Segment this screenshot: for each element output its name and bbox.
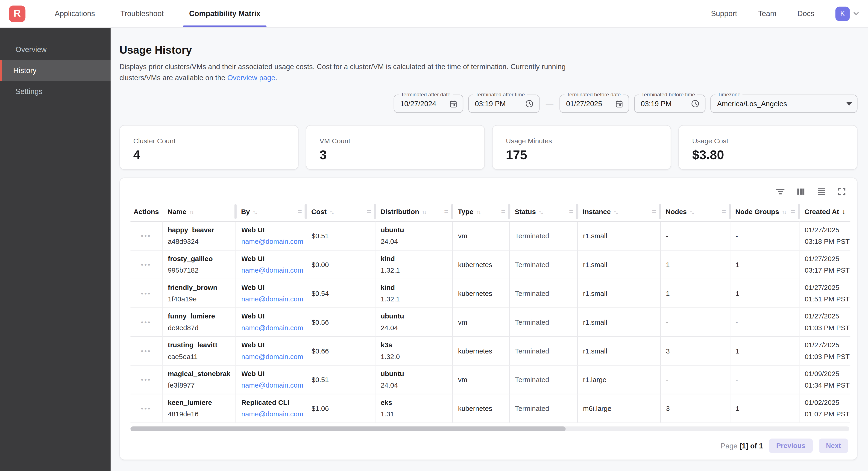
row-actions-icon[interactable]: ••• — [141, 318, 151, 326]
secondary-nav: Support Team Docs K — [711, 6, 868, 21]
nav-link-docs[interactable]: Docs — [797, 9, 814, 18]
by-cell: Web UI name@domain.com — [236, 336, 306, 365]
column-header-node-groups[interactable]: Node Groups↑↓= — [730, 202, 799, 222]
row-actions-icon[interactable]: ••• — [141, 405, 151, 412]
created-time: 01:51 PM PST — [805, 295, 845, 303]
sort-icon[interactable]: ↑↓ — [538, 208, 542, 215]
drag-handle-icon[interactable]: = — [367, 207, 371, 216]
density-icon[interactable] — [815, 185, 828, 198]
row-actions-icon[interactable]: ••• — [141, 376, 151, 384]
row-actions-icon[interactable]: ••• — [141, 232, 151, 240]
by-email-link[interactable]: name@domain.com — [241, 295, 300, 303]
scrollbar-thumb[interactable] — [130, 426, 565, 431]
by-email-link[interactable]: name@domain.com — [241, 324, 300, 332]
filter-bar: Terminated after date 10/27/2024 Termina… — [119, 94, 858, 113]
date-range-separator: — — [545, 99, 555, 108]
brand-logo[interactable]: R — [9, 5, 25, 22]
horizontal-scrollbar[interactable] — [130, 426, 849, 431]
node-groups-cell: - — [730, 365, 799, 394]
sort-icon[interactable]: ↑↓ — [614, 208, 617, 215]
sidebar-item-history[interactable]: History — [0, 60, 111, 81]
by-email-link[interactable]: name@domain.com — [241, 382, 300, 389]
sort-icon[interactable]: ↑↓ — [476, 208, 480, 215]
pagination: Page [1] of 1 Previous Next — [130, 439, 849, 453]
drag-handle-icon[interactable]: = — [501, 207, 505, 216]
by-email-link[interactable]: name@domain.com — [241, 267, 300, 274]
drag-handle-icon[interactable]: = — [722, 207, 726, 216]
table-row: ••• friendly_brown 1f40a19e Web UI name@… — [130, 279, 850, 308]
nav-item-troubleshoot[interactable]: Troubleshoot — [108, 0, 177, 27]
sidebar-item-settings[interactable]: Settings — [0, 81, 111, 101]
sort-icon[interactable]: ↑↓ — [330, 208, 333, 215]
cluster-name: friendly_brown — [168, 284, 230, 292]
chevron-down-icon[interactable] — [852, 9, 860, 18]
sort-icon[interactable]: ↑↓ — [422, 208, 426, 215]
drag-handle-icon[interactable]: = — [652, 207, 656, 216]
by-email-link[interactable]: name@domain.com — [241, 410, 300, 418]
clock-icon[interactable] — [686, 99, 700, 109]
terminated-before-time-field[interactable]: Terminated before time 03:19 PM — [634, 94, 706, 113]
overview-page-link[interactable]: Overview page — [227, 73, 275, 82]
page-description-line1: Displays prior clusters/VMs and their as… — [119, 61, 858, 72]
column-header-distribution[interactable]: Distribution↑↓= — [375, 202, 452, 222]
page-indicator: Page [1] of 1 — [720, 442, 763, 450]
drag-handle-icon[interactable]: = — [569, 207, 574, 216]
stat-value: 4 — [133, 148, 298, 163]
row-actions-icon[interactable]: ••• — [141, 261, 151, 269]
table-row: ••• happy_beaver a48d9324 Web UI name@do… — [130, 222, 850, 250]
sort-icon[interactable]: ↑↓ — [253, 208, 257, 215]
filter-icon[interactable] — [774, 185, 787, 198]
column-header-created-at[interactable]: Created At↓ — [799, 202, 850, 222]
clock-icon[interactable] — [520, 99, 534, 109]
actions-cell: ••• — [130, 279, 162, 308]
drag-handle-icon[interactable]: = — [444, 207, 448, 216]
page-description-period: . — [275, 73, 277, 82]
nodes-cell: 3 — [660, 336, 730, 365]
next-button[interactable]: Next — [819, 439, 848, 453]
nav-link-team[interactable]: Team — [758, 9, 776, 18]
fullscreen-icon[interactable] — [835, 185, 848, 198]
created-date: 01/02/2025 — [805, 399, 845, 407]
calendar-icon[interactable] — [444, 99, 458, 108]
nav-item-applications[interactable]: Applications — [42, 0, 107, 27]
nav-link-support[interactable]: Support — [711, 9, 737, 18]
user-menu[interactable]: K — [835, 6, 860, 21]
terminated-before-date-field[interactable]: Terminated before date 01/27/2025 — [560, 94, 629, 113]
column-header-by[interactable]: By↑↓= — [236, 202, 306, 222]
previous-button[interactable]: Previous — [769, 439, 813, 453]
stat-value: $3.80 — [692, 148, 857, 163]
drag-handle-icon[interactable]: = — [298, 207, 302, 216]
name-cell: trusting_leavitt cae5ea11 — [162, 336, 236, 365]
timezone-value: America/Los_Angeles — [717, 99, 787, 108]
sort-icon[interactable]: ↑↓ — [689, 208, 693, 215]
page-description-line2: clusters/VMs are available on the Overvi… — [119, 72, 858, 83]
sort-desc-icon[interactable]: ↓ — [842, 207, 846, 216]
sort-icon[interactable]: ↑↓ — [189, 208, 193, 215]
row-actions-icon[interactable]: ••• — [141, 347, 151, 355]
column-header-cost[interactable]: Cost↑↓= — [306, 202, 375, 222]
column-header-nodes[interactable]: Nodes↑↓= — [660, 202, 730, 222]
column-header-type[interactable]: Type↑↓= — [452, 202, 509, 222]
instance-cell: r1.large — [577, 365, 660, 394]
terminated-after-time-field[interactable]: Terminated after time 03:19 PM — [468, 94, 540, 113]
stat-card-usage-cost: Usage Cost $3.80 — [678, 125, 858, 170]
by-email-link[interactable]: name@domain.com — [241, 238, 300, 246]
stat-label: Usage Cost — [692, 137, 857, 145]
timezone-select[interactable]: Timezone America/Los_Angeles — [710, 94, 858, 113]
avatar[interactable]: K — [835, 6, 849, 21]
drag-handle-icon[interactable]: = — [791, 207, 795, 216]
column-header-name[interactable]: Name↑↓ — [162, 202, 236, 222]
row-actions-icon[interactable]: ••• — [141, 289, 151, 297]
by-cell: Web UI name@domain.com — [236, 250, 306, 279]
terminated-after-date-field[interactable]: Terminated after date 10/27/2024 — [394, 94, 463, 113]
nav-item-compatibility-matrix[interactable]: Compatibility Matrix — [177, 0, 273, 27]
by-email-link[interactable]: name@domain.com — [241, 353, 300, 361]
calendar-icon[interactable] — [611, 99, 624, 108]
columns-icon[interactable] — [795, 185, 807, 198]
cluster-name: happy_beaver — [168, 226, 230, 234]
column-header-status[interactable]: Status↑↓= — [509, 202, 577, 222]
sort-icon[interactable]: ↑↓ — [782, 208, 786, 215]
column-header-instance[interactable]: Instance↑↓= — [577, 202, 660, 222]
distribution-cell: ubuntu 24.04 — [375, 308, 452, 337]
sidebar-item-overview[interactable]: Overview — [0, 39, 111, 60]
